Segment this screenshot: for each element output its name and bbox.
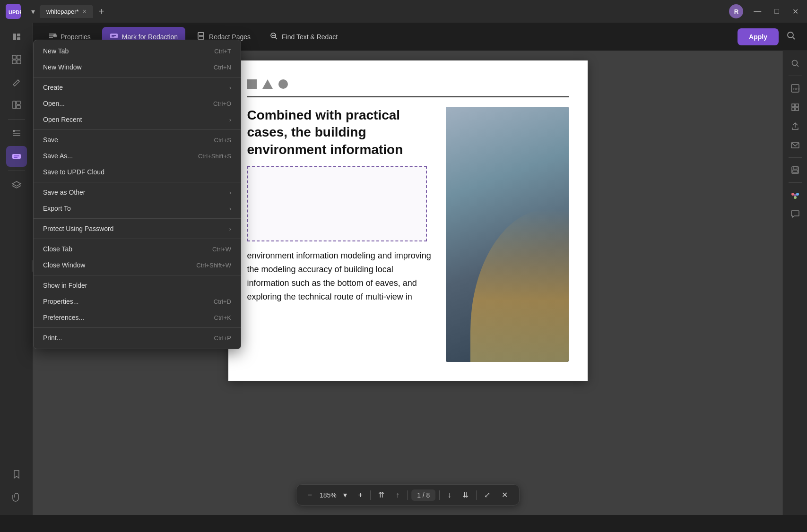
menu-divider-3 xyxy=(34,182,241,182)
find-text-redact-button[interactable]: Find Text & Redact xyxy=(262,27,345,46)
apply-button[interactable]: Apply xyxy=(738,28,779,45)
sidebar-icon-attachment[interactable] xyxy=(6,487,27,507)
fit-button[interactable]: ⤢ xyxy=(480,489,494,501)
menu-print-shortcut: Ctrl+P xyxy=(214,335,231,342)
redact-icon xyxy=(11,151,22,162)
right-scan-icon[interactable] xyxy=(787,99,804,116)
svg-rect-10 xyxy=(13,101,16,109)
menu-new-window[interactable]: New Window Ctrl+N xyxy=(34,59,241,75)
add-tab-button[interactable]: + xyxy=(95,4,108,19)
menu-save-as[interactable]: Save As... Ctrl+Shift+S xyxy=(34,148,241,164)
menu-create[interactable]: Create › xyxy=(34,79,241,95)
minimize-button[interactable]: — xyxy=(751,6,764,17)
right-color-icon[interactable] xyxy=(787,187,804,204)
menu-close-window[interactable]: Close Window Ctrl+Shift+W xyxy=(34,257,241,273)
menu-open[interactable]: Open... Ctrl+O xyxy=(34,95,241,112)
menu-divider-1 xyxy=(34,77,241,77)
svg-marker-20 xyxy=(12,181,21,186)
redaction-selection-box[interactable] xyxy=(247,166,427,241)
left-sidebar xyxy=(0,23,33,515)
menu-save-cloud[interactable]: Save to UPDF Cloud xyxy=(34,164,241,180)
close-nav-button[interactable]: ✕ xyxy=(498,489,512,501)
sidebar-divider-1 xyxy=(8,119,25,120)
svg-text:UPDF: UPDF xyxy=(9,9,21,15)
svg-rect-16 xyxy=(13,130,15,132)
close-window-button[interactable]: ✕ xyxy=(790,6,801,17)
shape-square xyxy=(247,79,257,89)
sidebar-icon-redact[interactable] xyxy=(6,146,27,167)
right-save-icon[interactable] xyxy=(787,162,804,179)
zoom-icon xyxy=(11,54,22,65)
menu-divider-5 xyxy=(34,239,241,239)
menu-print[interactable]: Print... Ctrl+P xyxy=(34,330,241,346)
user-avatar[interactable]: R xyxy=(729,4,743,18)
toolbar-search-icon[interactable] xyxy=(782,27,799,46)
right-chat-icon[interactable] xyxy=(787,206,804,223)
menu-save-as-shortcut: Ctrl+Shift+S xyxy=(198,153,231,160)
prev-page-button[interactable]: ↑ xyxy=(392,489,403,501)
menu-divider-7 xyxy=(34,327,241,328)
maximize-button[interactable]: □ xyxy=(772,6,782,17)
svg-rect-8 xyxy=(17,60,21,64)
shape-triangle xyxy=(262,79,273,89)
first-page-button[interactable]: ⇈ xyxy=(374,489,388,501)
menu-close-tab[interactable]: Close Tab Ctrl+W xyxy=(34,241,241,257)
menu-protect-password[interactable]: Protect Using Password › xyxy=(34,221,241,237)
svg-rect-41 xyxy=(792,108,795,111)
menu-open-recent[interactable]: Open Recent › xyxy=(34,112,241,128)
last-page-button[interactable]: ⇊ xyxy=(459,489,472,501)
menu-show-in-folder-label: Show in Folder xyxy=(43,282,87,289)
menu-show-in-folder[interactable]: Show in Folder xyxy=(34,277,241,293)
sidebar-icon-layers[interactable] xyxy=(6,175,27,196)
menu-divider-6 xyxy=(34,275,241,275)
sidebar-icon-page-view[interactable] xyxy=(6,26,27,47)
file-dropdown-menu: New Tab Ctrl+T New Window Ctrl+N Create … xyxy=(33,40,241,349)
menu-properties-shortcut: Ctrl+D xyxy=(214,298,231,305)
menu-open-label: Open... xyxy=(43,100,65,107)
right-ocr-icon[interactable]: OCR xyxy=(787,80,804,97)
right-search-icon[interactable] xyxy=(787,55,804,72)
menu-save[interactable]: Save Ctrl+S xyxy=(34,132,241,148)
menu-new-tab-label: New Tab xyxy=(43,47,69,55)
menu-new-tab[interactable]: New Tab Ctrl+T xyxy=(34,43,241,59)
menu-protect-password-arrow: › xyxy=(229,225,231,232)
tab-dropdown-button[interactable]: ▾ xyxy=(28,5,38,18)
menu-export-to-label: Export To xyxy=(43,205,71,212)
zoom-in-button[interactable]: + xyxy=(355,489,366,501)
menu-open-recent-label: Open Recent xyxy=(43,116,82,123)
bookmark-icon xyxy=(11,469,22,480)
sidebar-bottom xyxy=(6,464,27,511)
sidebar-icon-form[interactable] xyxy=(6,123,27,144)
menu-save-cloud-label: Save to UPDF Cloud xyxy=(43,168,104,176)
pdf-divider xyxy=(247,96,569,97)
menu-properties[interactable]: Properties... Ctrl+D xyxy=(34,293,241,309)
sidebar-icon-zoom[interactable] xyxy=(6,49,27,70)
svg-rect-42 xyxy=(796,108,798,111)
menu-preferences[interactable]: Preferences... Ctrl+K xyxy=(34,309,241,326)
svg-rect-29 xyxy=(199,35,203,37)
menu-properties-label: Properties... xyxy=(43,298,78,305)
close-tab-button[interactable]: × xyxy=(83,8,87,15)
right-share-icon[interactable] xyxy=(787,118,804,135)
menu-create-arrow: › xyxy=(229,84,231,91)
nav-divider-1 xyxy=(370,490,371,500)
svg-rect-40 xyxy=(796,104,798,107)
sidebar-icon-annotation[interactable] xyxy=(6,72,27,93)
menu-save-shortcut: Ctrl+S xyxy=(214,137,231,144)
menu-save-other-label: Save as Other xyxy=(43,189,86,196)
active-tab[interactable]: whitepaper* × xyxy=(40,5,93,18)
menu-export-to[interactable]: Export To › xyxy=(34,200,241,216)
zoom-dropdown-button[interactable]: ▾ xyxy=(339,489,351,501)
right-email-icon[interactable] xyxy=(787,137,804,154)
pdf-content: Combined with practical cases, the build… xyxy=(247,107,569,362)
zoom-in-icon: + xyxy=(358,491,363,499)
shape-circle xyxy=(278,79,288,89)
sidebar-icon-edit[interactable] xyxy=(6,94,27,115)
updf-logo-icon: UPDF xyxy=(6,4,21,19)
zoom-out-button[interactable]: − xyxy=(304,489,316,501)
sidebar-icon-bookmark[interactable] xyxy=(6,464,27,485)
layers-icon xyxy=(11,180,22,190)
pdf-body-text: environment information modeling and imp… xyxy=(247,249,436,303)
next-page-button[interactable]: ↓ xyxy=(443,489,455,501)
menu-save-other[interactable]: Save as Other › xyxy=(34,184,241,200)
